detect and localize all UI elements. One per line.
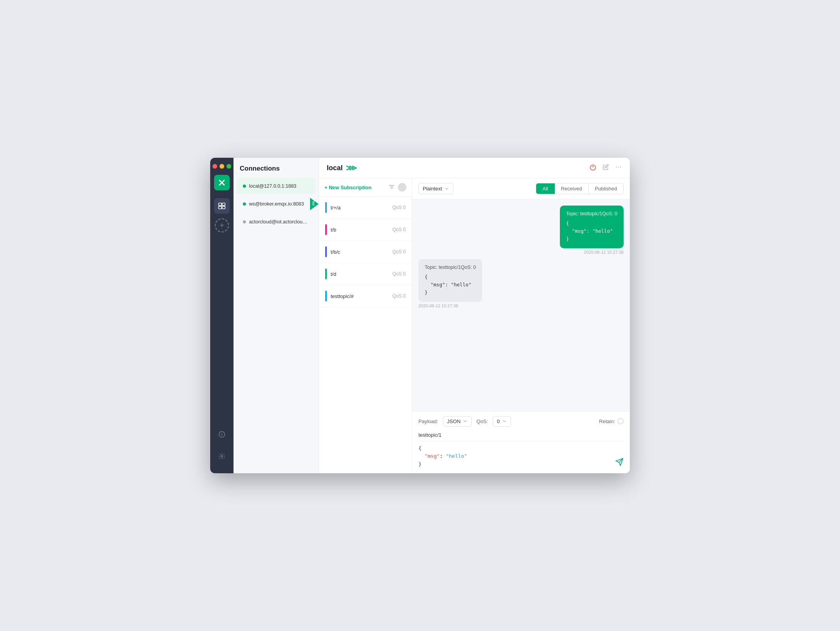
published-topic-line: Topic: testtopic/1 QoS: 0: [566, 211, 617, 216]
connection-name-local: local@127.0.0.1:1883: [249, 183, 296, 189]
sub-color-2: [325, 246, 327, 257]
svg-point-8: [620, 166, 621, 167]
close-button[interactable]: [213, 164, 217, 169]
svg-rect-1: [222, 203, 225, 206]
received-topic-line: Topic: testtopic/1 QoS: 0: [425, 265, 476, 270]
qos-dropdown[interactable]: 0: [493, 416, 511, 427]
published-qos: QoS: 0: [602, 211, 617, 216]
payload-area: { "msg": "hello" }: [418, 444, 624, 469]
format-value: Plaintext: [423, 186, 442, 192]
published-payload: { "msg": "hello" }: [566, 220, 617, 243]
subscription-item-1[interactable]: t/b QoS 0: [319, 219, 412, 241]
new-subscription-button[interactable]: + New Subscription: [324, 185, 371, 190]
publish-area: Payload: JSON QoS: 0: [412, 411, 630, 473]
retain-label-text: Retain:: [599, 418, 615, 424]
content-area: + New Subscription: [319, 178, 630, 473]
format-select[interactable]: Plaintext: [418, 183, 453, 194]
connection-wrapper-ws: ws@broker.emqx.io:8083 SSL: [234, 195, 319, 213]
sub-topic-1: t/b: [331, 227, 389, 233]
connection-item-actorcloud[interactable]: actorcloud@iot.actorcloud...: [237, 214, 315, 230]
subscription-item-4[interactable]: testtopic/# QoS 0: [319, 285, 412, 307]
sub-qos-0: QoS 0: [392, 205, 406, 210]
sub-color-4: [325, 291, 327, 302]
dropdown-icon[interactable]: ⋙: [346, 163, 357, 173]
window-controls: [213, 164, 231, 169]
svg-rect-0: [219, 203, 222, 206]
sub-color-3: [325, 268, 327, 279]
connection-title-text: local: [327, 164, 343, 172]
sub-topic-2: t/b/c: [331, 249, 389, 255]
connection-item-local[interactable]: local@127.0.0.1:1883: [237, 178, 315, 194]
format-dropdown[interactable]: JSON: [443, 416, 472, 427]
maximize-button[interactable]: [227, 164, 231, 169]
sidebar-item-connections[interactable]: [214, 198, 230, 214]
published-bubble: Topic: testtopic/1 QoS: 0 { "msg": "hell…: [560, 206, 624, 248]
svg-point-7: [618, 166, 619, 167]
svg-rect-3: [222, 206, 225, 209]
sub-qos-2: QoS 0: [392, 249, 406, 254]
edit-button[interactable]: [603, 164, 609, 172]
minimize-button[interactable]: [220, 164, 224, 169]
app-window: + Connections local@127.0.0.1:1883: [210, 158, 630, 473]
connections-panel: Connections local@127.0.0.1:1883 ws@brok…: [234, 158, 319, 473]
topbar: local ⋙: [319, 158, 630, 178]
connection-status-icon: [398, 183, 406, 192]
sub-topic-4: testtopic/#: [331, 293, 389, 299]
app-logo: [214, 175, 230, 190]
qos-value: 0: [497, 418, 500, 424]
more-button[interactable]: [615, 164, 622, 173]
filter-bar: Plaintext All Received Published: [412, 178, 630, 199]
topbar-actions: [589, 164, 622, 173]
subscription-item-3[interactable]: t/d QoS 0: [319, 263, 412, 285]
connection-name-ws: ws@broker.emqx.io:8083: [249, 201, 304, 207]
qos-label: QoS:: [476, 418, 488, 424]
connection-item-ws[interactable]: ws@broker.emqx.io:8083: [237, 196, 315, 212]
payload-line-3: }: [418, 460, 611, 469]
subscription-item-2[interactable]: t/b/c QoS 0: [319, 241, 412, 263]
received-payload: { "msg": "hello" }: [425, 273, 476, 296]
subscriptions-panel: + New Subscription: [319, 178, 412, 473]
payload-line-2: "msg": "hello": [418, 452, 611, 460]
sub-color-0: [325, 202, 327, 213]
sidebar-bottom: [214, 427, 230, 467]
add-connection-button[interactable]: +: [215, 218, 229, 232]
messages-list: Topic: testtopic/1 QoS: 0 { "msg": "hell…: [412, 199, 630, 411]
power-button[interactable]: [589, 164, 596, 173]
filter-icon[interactable]: [389, 184, 395, 191]
tab-published[interactable]: Published: [589, 183, 623, 194]
status-indicator-ws: [243, 202, 246, 206]
published-message: Topic: testtopic/1 QoS: 0 { "msg": "hell…: [560, 206, 624, 254]
publish-controls: Payload: JSON QoS: 0: [418, 416, 624, 427]
subscription-item-0[interactable]: t/+/a QoS 0: [319, 197, 412, 219]
format-select-value: JSON: [447, 418, 461, 424]
payload-line-1: {: [418, 444, 611, 453]
sidebar: +: [210, 158, 234, 473]
sub-topic-3: t/d: [331, 271, 389, 277]
retain-control: Retain:: [599, 418, 624, 424]
sidebar-item-info[interactable]: [214, 427, 230, 442]
svg-point-6: [616, 166, 617, 167]
topic-input[interactable]: [418, 431, 624, 441]
status-indicator-local: [243, 185, 246, 188]
published-timestamp: 2020-08-12 15:27:38: [560, 250, 624, 254]
received-topic: Topic: testtopic/1: [425, 265, 461, 270]
payload-label: Payload:: [418, 418, 438, 424]
svg-point-5: [221, 455, 223, 457]
tab-received[interactable]: Received: [555, 183, 589, 194]
sidebar-item-settings[interactable]: [214, 448, 230, 464]
connection-name-actorcloud: actorcloud@iot.actorcloud...: [249, 219, 309, 225]
received-message: Topic: testtopic/1 QoS: 0 { "msg": "hell…: [418, 259, 482, 308]
send-button[interactable]: [615, 458, 624, 469]
sub-topic-0: t/+/a: [331, 205, 389, 211]
tab-all[interactable]: All: [536, 183, 554, 194]
filter-tabs: All Received Published: [536, 183, 624, 194]
topbar-title: local ⋙: [327, 163, 357, 173]
payload-value: "hello": [446, 453, 467, 459]
svg-rect-2: [219, 206, 222, 209]
payload-editor: { "msg": "hello" }: [418, 444, 611, 469]
received-timestamp: 2020-08-12 15:27:38: [418, 303, 482, 308]
retain-toggle[interactable]: [617, 418, 624, 424]
sub-qos-1: QoS 0: [392, 227, 406, 232]
sub-qos-3: QoS 0: [392, 271, 406, 277]
received-qos: QoS: 0: [461, 265, 476, 270]
